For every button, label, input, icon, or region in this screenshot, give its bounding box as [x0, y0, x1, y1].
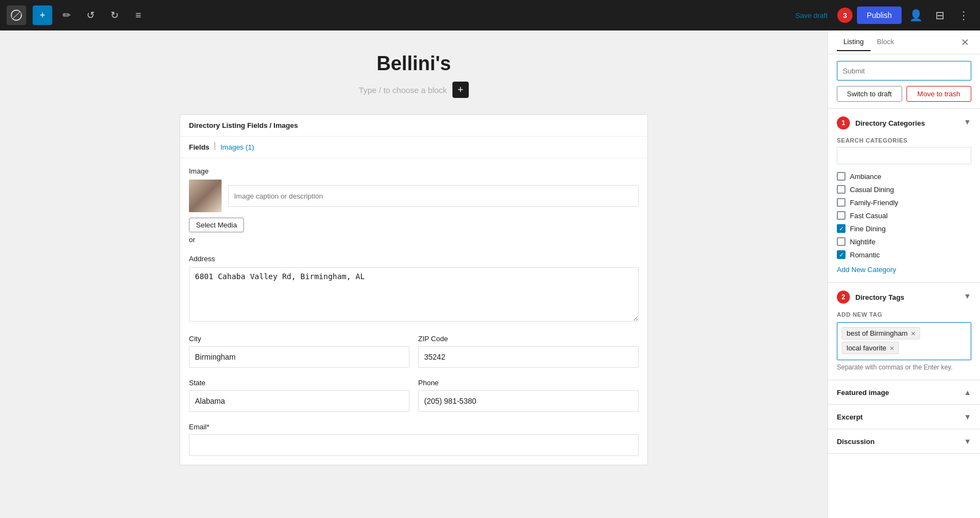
status-area: Switch to draft Move to trash	[828, 54, 980, 109]
category-item-ambiance[interactable]: Ambiance	[837, 170, 971, 183]
sidebar-close-button[interactable]: ✕	[959, 34, 971, 51]
sidebar-tab-group: Listing Block	[837, 33, 901, 51]
caption-input[interactable]	[228, 185, 639, 207]
city-input[interactable]	[189, 346, 409, 368]
discussion-panel[interactable]: Discussion ▼	[828, 429, 980, 454]
phone-field: Phone	[418, 379, 639, 412]
tag-remove-local-favorite[interactable]: ×	[890, 344, 894, 352]
add-new-category-link[interactable]: Add New Category	[837, 266, 971, 274]
categories-list: AmbianceCasual DiningFamily-FriendlyFast…	[837, 170, 971, 261]
block-placeholder-area: Type / to choose a block +	[180, 82, 648, 98]
featured-image-chevron-icon: ▲	[964, 388, 971, 397]
post-title[interactable]: Bellini's	[180, 52, 648, 75]
email-input[interactable]	[189, 434, 639, 456]
directory-tags-body: ADD NEW TAG best of Birmingham×local fav…	[828, 311, 980, 380]
categories-chevron-icon: ▲	[964, 119, 971, 127]
image-label: Image	[189, 167, 639, 175]
directory-categories-body: SEARCH CATEGORIES AmbianceCasual DiningF…	[828, 137, 980, 282]
category-checkbox-romantic[interactable]	[837, 250, 846, 259]
email-label: Email*	[189, 423, 639, 431]
state-input[interactable]	[189, 390, 409, 412]
directory-categories-title: Directory Categories	[855, 119, 925, 127]
status-input[interactable]	[837, 61, 971, 81]
redo-button[interactable]: ↻	[105, 5, 124, 25]
settings-sidebar-button[interactable]: ⊟	[930, 5, 950, 25]
city-field: City	[189, 335, 409, 368]
image-thumbnail	[189, 180, 222, 212]
sidebar-tab-block[interactable]: Block	[871, 33, 901, 51]
category-label-romantic: Romantic	[850, 251, 880, 259]
tab-fields[interactable]: Fields	[189, 141, 210, 153]
excerpt-title: Excerpt	[837, 413, 863, 421]
featured-image-title: Featured image	[837, 388, 889, 397]
category-item-family-friendly[interactable]: Family-Friendly	[837, 196, 971, 209]
excerpt-panel[interactable]: Excerpt ▼	[828, 405, 980, 429]
block-placeholder-text: Type / to choose a block	[359, 85, 447, 95]
category-checkbox-nightlife[interactable]	[837, 237, 846, 246]
category-label-fine-dining: Fine Dining	[850, 225, 886, 233]
directory-listing-section: Directory Listing Fields / Images Fields…	[180, 114, 648, 465]
tag-remove-best-of-birmingham[interactable]: ×	[911, 330, 915, 337]
list-view-button[interactable]: ≡	[128, 5, 148, 25]
sidebar-tab-listing[interactable]: Listing	[837, 33, 871, 51]
category-item-fine-dining[interactable]: Fine Dining	[837, 222, 971, 235]
step-2-badge: 2	[837, 291, 850, 304]
tags-chevron-icon: ▲	[964, 293, 971, 301]
excerpt-chevron-icon: ▼	[964, 412, 971, 421]
category-checkbox-fine-dining[interactable]	[837, 224, 846, 233]
category-item-nightlife[interactable]: Nightlife	[837, 235, 971, 248]
tab-images[interactable]: Images (1)	[220, 141, 254, 153]
featured-image-panel[interactable]: Featured image ▲	[828, 380, 980, 405]
image-field-group: Image Select Media or	[189, 167, 639, 244]
wordpress-logo[interactable]	[7, 5, 26, 25]
media-select-area: Select Media or	[189, 218, 639, 244]
sidebar-body: Switch to draft Move to trash 1 Director…	[828, 54, 980, 518]
category-item-casual-dining[interactable]: Casual Dining	[837, 183, 971, 196]
category-checkbox-family-friendly[interactable]	[837, 198, 846, 207]
right-sidebar: Listing Block ✕ Switch to draft Move to …	[828, 30, 980, 518]
user-avatar-button[interactable]: 👤	[906, 5, 926, 25]
image-row	[189, 180, 639, 212]
city-label: City	[189, 335, 409, 343]
add-block-toolbar-button[interactable]: +	[33, 5, 52, 25]
tag-pill-local-favorite: local favorite×	[842, 342, 899, 354]
state-phone-row: State Phone	[189, 379, 639, 412]
listing-body: Image Select Media or	[180, 158, 647, 465]
category-checkbox-ambiance[interactable]	[837, 172, 846, 181]
tags-hint: Separate with commas or the Enter key.	[837, 363, 971, 371]
step-1-badge: 1	[837, 116, 850, 130]
category-item-romantic[interactable]: Romantic	[837, 248, 971, 261]
listing-section-header: Directory Listing Fields / Images	[180, 115, 647, 137]
listing-tabs: Fields | Images (1)	[180, 137, 647, 158]
category-checkbox-casual-dining[interactable]	[837, 185, 846, 194]
phone-label: Phone	[418, 379, 639, 387]
more-options-button[interactable]: ⋮	[954, 5, 973, 25]
phone-input[interactable]	[418, 390, 639, 412]
directory-tags-header[interactable]: 2 Directory Tags ▲	[828, 283, 980, 311]
tags-input-box[interactable]: best of Birmingham×local favorite×	[837, 322, 971, 360]
city-zip-row: City ZIP Code	[189, 335, 639, 368]
publish-button[interactable]: Publish	[857, 7, 902, 24]
search-categories-label: SEARCH CATEGORIES	[837, 137, 971, 144]
tag-label-local-favorite: local favorite	[847, 344, 886, 352]
edit-button[interactable]: ✏	[57, 5, 76, 25]
add-block-inline-button[interactable]: +	[452, 82, 469, 98]
category-checkbox-fast-casual[interactable]	[837, 211, 846, 220]
zip-field: ZIP Code	[418, 335, 639, 368]
category-item-fast-casual[interactable]: Fast Casual	[837, 209, 971, 222]
directory-tags-title: Directory Tags	[855, 293, 904, 301]
move-to-trash-button[interactable]: Move to trash	[906, 86, 972, 102]
zip-label: ZIP Code	[418, 335, 639, 343]
editor-content: Bellini's Type / to choose a block + Dir…	[180, 52, 648, 496]
save-draft-button[interactable]: Save draft	[790, 8, 833, 23]
undo-button[interactable]: ↺	[81, 5, 100, 25]
zip-input[interactable]	[418, 346, 639, 368]
select-media-button[interactable]: Select Media	[189, 218, 244, 232]
switch-to-draft-button[interactable]: Switch to draft	[837, 86, 902, 102]
directory-categories-header[interactable]: 1 Directory Categories ▲	[828, 109, 980, 137]
category-label-ambiance: Ambiance	[850, 172, 881, 181]
address-textarea[interactable]: 6801 Cahaba Valley Rd, Birmingham, AL	[189, 267, 639, 322]
or-text: or	[189, 236, 639, 244]
category-label-nightlife: Nightlife	[850, 238, 875, 246]
search-categories-input[interactable]	[837, 147, 971, 164]
